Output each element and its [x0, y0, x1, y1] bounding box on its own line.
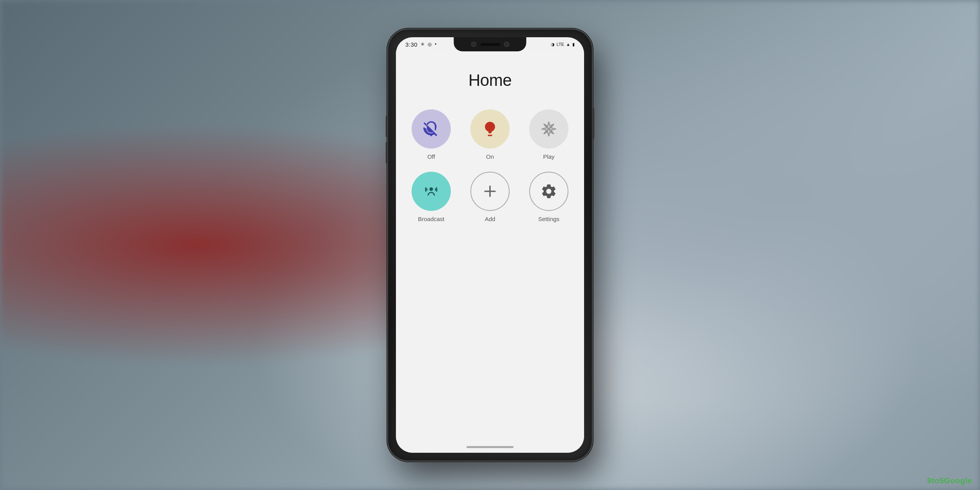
notification-icon-camera: ◎: [428, 42, 432, 47]
notch: [454, 37, 526, 51]
svg-point-3: [429, 187, 433, 191]
status-right: ◑ LTE ▲ ▮: [551, 42, 575, 47]
off-button[interactable]: [412, 109, 451, 149]
off-label: Off: [427, 153, 435, 160]
add-button[interactable]: [470, 172, 510, 211]
speaker: [480, 43, 500, 46]
sensor: [504, 42, 509, 47]
svg-point-2: [548, 128, 550, 130]
on-button[interactable]: [470, 109, 510, 149]
play-button[interactable]: [529, 109, 568, 149]
scissors-icon: [540, 120, 557, 138]
settings-button[interactable]: [529, 172, 568, 211]
broadcast-label: Broadcast: [418, 216, 445, 222]
volume-up-button[interactable]: [386, 116, 388, 137]
notification-icon-asterisk: ✳: [421, 42, 425, 47]
home-indicator: [466, 446, 514, 448]
screen-content: Home Off: [396, 51, 584, 453]
settings-item[interactable]: Settings: [525, 172, 572, 222]
battery-icon: ▮: [572, 42, 575, 47]
watermark: 9to5Google: [927, 476, 972, 485]
broadcast-item[interactable]: Broadcast: [408, 172, 455, 222]
gear-icon: [540, 183, 557, 200]
shortcut-grid: Off On: [396, 109, 584, 222]
mic-off-icon: [423, 120, 440, 138]
on-item[interactable]: On: [466, 109, 514, 160]
phone-body: 3:30 ✳ ◎ • ◑ LTE ▲ ▮ Home: [388, 29, 592, 461]
broadcast-icon: [423, 183, 440, 200]
front-camera: [471, 42, 476, 47]
screen-rotation-icon: ◑: [551, 42, 555, 47]
play-item[interactable]: Play: [525, 109, 572, 160]
settings-label: Settings: [538, 216, 559, 222]
page-title: Home: [468, 71, 512, 90]
status-time: 3:30: [405, 41, 417, 48]
add-label: Add: [485, 216, 495, 222]
plus-icon: [481, 183, 499, 200]
phone-wrapper: 3:30 ✳ ◎ • ◑ LTE ▲ ▮ Home: [380, 20, 600, 470]
off-item[interactable]: Off: [408, 109, 455, 160]
signal-icon: ▲: [566, 42, 570, 47]
status-left: 3:30 ✳ ◎ •: [405, 41, 436, 48]
volume-buttons: [386, 116, 388, 163]
broadcast-button[interactable]: [412, 172, 451, 211]
phone-screen: 3:30 ✳ ◎ • ◑ LTE ▲ ▮ Home: [396, 37, 584, 453]
network-type-label: LTE: [557, 42, 564, 47]
play-label: Play: [543, 153, 554, 160]
lightbulb-icon: [481, 120, 499, 138]
add-item[interactable]: Add: [466, 172, 514, 222]
on-label: On: [486, 153, 494, 160]
volume-down-button[interactable]: [386, 142, 388, 163]
notification-dot: •: [435, 42, 436, 47]
